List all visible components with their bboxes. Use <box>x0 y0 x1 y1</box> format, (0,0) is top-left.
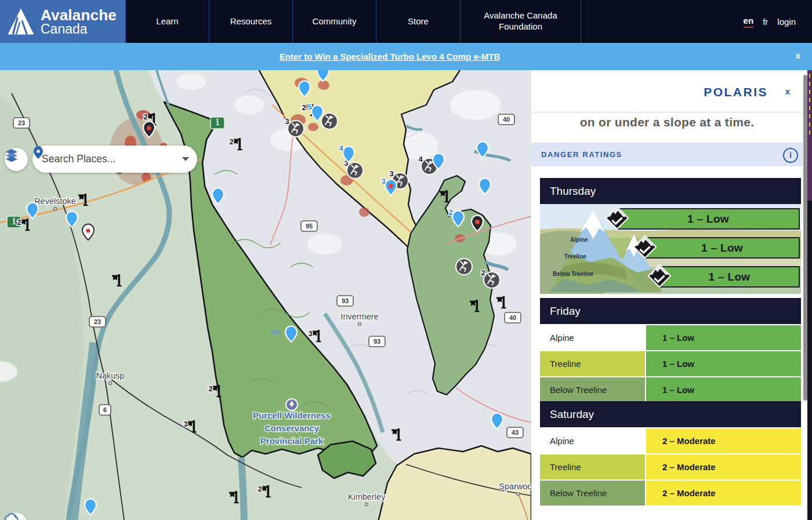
day-card-thursday: Thursday Alpine <box>540 178 801 294</box>
avalanche-logo-icon <box>6 6 36 37</box>
svg-text:❄: ❄ <box>13 514 17 519</box>
top-nav: Avalanche Canada Learn Resources Communi… <box>0 0 812 43</box>
svg-text:Conservancy: Conservancy <box>264 423 320 433</box>
search-input[interactable] <box>41 152 147 166</box>
panel-scrollbar <box>803 70 807 520</box>
avalanche-canada-app: Avalanche Canada Learn Resources Communi… <box>0 0 812 520</box>
day-header: Saturday <box>540 401 801 427</box>
svg-text:3: 3 <box>183 420 187 428</box>
min-report-marker[interactable] <box>456 259 472 275</box>
banner-close-icon[interactable]: x <box>796 50 800 60</box>
svg-text:4: 4 <box>418 155 423 163</box>
map-layers-button[interactable] <box>5 148 28 171</box>
panel-scrollbar-thumb[interactable] <box>803 75 807 401</box>
svg-text:3: 3 <box>381 177 385 186</box>
danger-diamond-icon <box>605 206 629 232</box>
elevation-illustration: Alpine Treeline Below Treeline 1 – Low 1… <box>540 204 801 294</box>
elevation-band-label: Alpine <box>540 325 645 350</box>
rating-row: Treeline2 – Moderate <box>540 454 801 479</box>
nav-item-foundation[interactable]: Avalanche Canada Foundation <box>460 0 581 43</box>
svg-text:95: 95 <box>306 223 313 230</box>
svg-text:Purcell Wilderness: Purcell Wilderness <box>253 410 331 420</box>
svg-text:1: 1 <box>216 119 219 126</box>
rating-value: 1 – Low <box>646 377 801 402</box>
rating-value: 2 – Moderate <box>646 428 801 453</box>
hero-rating-row: 1 – Low <box>540 208 801 230</box>
brand-line2: Canada <box>41 23 117 36</box>
svg-text:40: 40 <box>509 314 516 321</box>
highway-shield: 93 <box>337 296 353 306</box>
location-pin-icon <box>32 146 44 159</box>
svg-text:2: 2 <box>302 103 306 112</box>
promo-link[interactable]: Enter to Win a Specialized Turbo Levo 4 … <box>280 52 500 61</box>
day-header: Thursday <box>540 178 801 204</box>
highway-shield: 40 <box>498 114 514 125</box>
rating-row: Treeline1 – Low <box>540 351 801 376</box>
svg-text:2: 2 <box>208 384 212 393</box>
rating-value: 1 – Low <box>646 325 801 350</box>
snow-cloud-icon: ❄ ❄ <box>3 512 20 520</box>
svg-text:2: 2 <box>448 208 452 217</box>
login-link[interactable]: login <box>777 17 796 27</box>
locale-en[interactable]: en <box>744 16 754 28</box>
polaris-sponsor-logo[interactable]: POLARIS <box>704 85 768 99</box>
rating-value: 1 – Low <box>687 213 729 226</box>
nav-item-learn[interactable]: Learn <box>125 0 209 43</box>
day-card-friday: Friday Alpine1 – LowTreeline1 – LowBelow… <box>540 298 801 402</box>
highway-shield: 43 <box>507 427 523 438</box>
forecast-map[interactable]: 23236959393404043111 RevelstokeNakuspInv… <box>0 70 531 520</box>
elevation-band-label: Below Treeline <box>540 377 645 402</box>
svg-text:Provincial Park: Provincial Park <box>260 436 324 446</box>
svg-text:93: 93 <box>342 297 349 304</box>
highway-shield: 23 <box>13 118 30 128</box>
search-chevron-down-icon[interactable] <box>182 157 189 161</box>
svg-text:4: 4 <box>339 144 343 152</box>
panel-close-icon[interactable]: x <box>785 86 790 96</box>
brand-logo[interactable]: Avalanche Canada <box>0 0 125 43</box>
elevation-band-label: Treeline <box>540 454 645 479</box>
day-header: Friday <box>540 298 801 324</box>
elevation-band-label: Alpine <box>540 428 645 453</box>
svg-text:23: 23 <box>94 318 101 325</box>
danger-diamond-icon <box>647 264 672 290</box>
svg-text:1: 1 <box>12 219 16 226</box>
svg-text:Nakusp: Nakusp <box>96 371 124 380</box>
search-places-box[interactable] <box>32 146 197 173</box>
rating-row: Alpine2 – Moderate <box>540 428 801 453</box>
forecast-message: on or under a slope at a time. <box>531 115 803 129</box>
svg-text:3: 3 <box>308 329 312 338</box>
nav-item-community[interactable]: Community <box>292 0 376 43</box>
svg-text:2: 2 <box>17 218 21 227</box>
nav-item-store[interactable]: Store <box>376 0 460 43</box>
rating-value: 1 – Low <box>709 271 751 283</box>
promo-banner: Enter to Win a Specialized Turbo Levo 4 … <box>0 43 812 70</box>
rating-value: 1 – Low <box>701 242 743 254</box>
danger-ratings-info-icon[interactable]: i <box>783 148 798 163</box>
svg-text:5: 5 <box>307 103 311 111</box>
svg-text:3: 3 <box>285 117 289 126</box>
svg-text:23: 23 <box>18 119 25 126</box>
svg-text:6: 6 <box>103 406 107 413</box>
rating-value: 1 – Low <box>646 351 801 376</box>
hero-rating-row: 1 – Low <box>540 266 801 288</box>
sponsor-row: POLARIS x <box>531 70 803 112</box>
hero-rating-row: 1 – Low <box>540 237 801 259</box>
danger-diamond-icon <box>633 235 657 261</box>
danger-ratings-title: DANGER RATINGS <box>541 150 622 159</box>
nav-item-resources[interactable]: Resources <box>209 0 292 43</box>
svg-text:Kimberley: Kimberley <box>348 492 386 501</box>
svg-text:2: 2 <box>481 268 485 277</box>
svg-text:93: 93 <box>374 338 380 345</box>
brand-line1: Avalanche <box>41 8 117 23</box>
min-report-marker[interactable] <box>321 113 338 129</box>
highway-shield: 93 <box>369 336 385 347</box>
svg-text:3: 3 <box>389 169 393 178</box>
svg-text:Revelstoke: Revelstoke <box>34 197 76 206</box>
highway-shield: 23 <box>89 317 106 327</box>
svg-text:2: 2 <box>143 112 147 121</box>
highway-shield: 6 <box>99 405 111 415</box>
panel-edge-strip <box>807 70 812 520</box>
locale-fr[interactable]: fr <box>763 17 768 27</box>
day-card-saturday: Saturday Alpine2 – ModerateTreeline2 – M… <box>540 401 801 506</box>
rating-row: Below Treeline1 – Low <box>540 377 801 402</box>
